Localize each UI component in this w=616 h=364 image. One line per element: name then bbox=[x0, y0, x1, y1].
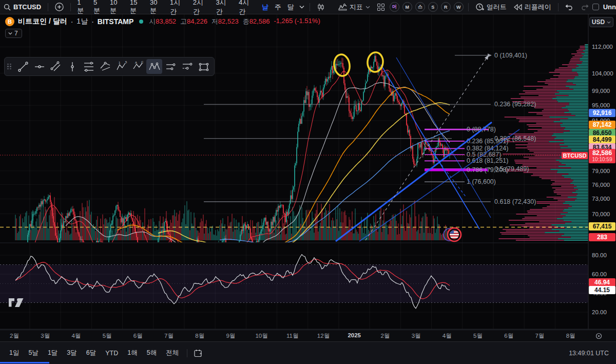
price-badge-ma: 92,916 bbox=[589, 109, 615, 117]
chevron-down-icon bbox=[607, 21, 611, 24]
rectangle-tool[interactable] bbox=[196, 59, 211, 74]
timeline-label[interactable]: 6월 bbox=[504, 332, 513, 340]
chevron-down-icon bbox=[8, 32, 12, 35]
time-axis[interactable]: 2월3월4월5월6월7월8월9월10월11월12월20252월3월4월5월6월7… bbox=[0, 330, 616, 341]
range-button-1해[interactable]: 1해 bbox=[123, 347, 141, 359]
indicators-icon bbox=[338, 3, 347, 11]
timeframe-button-30분[interactable]: 30분 bbox=[147, 2, 167, 13]
pitchfork-tool[interactable] bbox=[97, 59, 113, 74]
short-position-tool[interactable] bbox=[179, 59, 195, 74]
timeline-label[interactable]: 11월 bbox=[286, 332, 298, 340]
trend-line-tool[interactable] bbox=[15, 59, 31, 74]
timeframe-expand-button[interactable] bbox=[297, 2, 306, 13]
range-button-YTD[interactable]: YTD bbox=[101, 348, 122, 358]
parallel-channel-tool[interactable] bbox=[48, 59, 64, 74]
last-price-badge: 82,586 10:10:59 bbox=[589, 149, 615, 163]
timeline-settings-icon[interactable] bbox=[595, 332, 602, 341]
range-button-6달[interactable]: 6달 bbox=[82, 347, 100, 359]
elliott-wave-tool[interactable]: 15 bbox=[113, 59, 129, 74]
svg-text:80.00: 80.00 bbox=[592, 252, 607, 258]
horizontal-line-tool[interactable] bbox=[31, 59, 47, 74]
last-price: 82,586 bbox=[589, 149, 615, 157]
long-position-tool[interactable] bbox=[163, 59, 179, 74]
symbol-header[interactable]: B 비트코인 / 달러 · 1날 · BITSTAMP 시83,852 고84,… bbox=[5, 17, 320, 26]
svg-text:76,000: 76,000 bbox=[592, 182, 610, 188]
quick-button-1[interactable]: 머 bbox=[390, 2, 399, 12]
timeframe-button-달[interactable]: 달 bbox=[284, 2, 297, 13]
vertical-line-icon bbox=[66, 61, 79, 73]
quick-button-3[interactable]: 스 bbox=[415, 2, 425, 12]
timeline-label[interactable]: 12월 bbox=[317, 332, 330, 340]
xabcd-pattern-tool[interactable] bbox=[146, 59, 162, 74]
timeline-label[interactable]: 8월 bbox=[566, 332, 575, 340]
timeline-label[interactable]: 7월 bbox=[164, 332, 174, 340]
range-button-1일[interactable]: 1일 bbox=[5, 347, 23, 359]
alert-price-badge: 67,415 bbox=[589, 222, 615, 231]
svg-text:1: 1 bbox=[119, 61, 121, 64]
utc-clock[interactable]: 13:49:01 UTC bbox=[569, 350, 611, 357]
timeframe-button-날[interactable]: 날 bbox=[259, 2, 272, 13]
tradingview-logo[interactable] bbox=[8, 298, 24, 310]
timeline-label[interactable]: 3월 bbox=[412, 332, 421, 340]
indicators-collapse-chip[interactable]: 7 bbox=[5, 29, 22, 38]
timeline-label[interactable]: 7월 bbox=[535, 332, 544, 340]
symbol-search-button[interactable]: BTCUSD bbox=[0, 2, 45, 13]
timeframe-button-10분[interactable]: 10분 bbox=[107, 2, 127, 13]
low-value: 82,523 bbox=[218, 17, 239, 25]
redo-button[interactable] bbox=[577, 2, 592, 13]
timeframe-button-3시간[interactable]: 3시간 bbox=[213, 2, 236, 13]
timeframe-button-주[interactable]: 주 bbox=[272, 2, 284, 13]
chart-canvas[interactable]: 0 (109,401)0.236 (95,282)0.382 (86,548)0… bbox=[0, 0, 616, 364]
hidden-indicator-count: 7 bbox=[14, 30, 18, 37]
layout-grid-icon bbox=[377, 4, 384, 11]
layout-checkbox[interactable] bbox=[592, 4, 599, 10]
range-button-5해[interactable]: 5해 bbox=[143, 347, 161, 359]
chevron-down-icon bbox=[365, 6, 370, 9]
svg-text:5: 5 bbox=[125, 61, 127, 64]
timeframe-button-4시간[interactable]: 4시간 bbox=[236, 2, 259, 13]
quick-button-4[interactable]: S bbox=[428, 2, 438, 12]
candlestick-icon bbox=[317, 3, 325, 11]
compare-add-button[interactable] bbox=[51, 2, 67, 13]
range-button-1달[interactable]: 1달 bbox=[44, 347, 62, 359]
quick-button-5[interactable]: R bbox=[441, 2, 451, 12]
timeframe-button-15분[interactable]: 15분 bbox=[127, 2, 147, 13]
timeframe-button-1분[interactable]: 1분 bbox=[74, 2, 90, 13]
timeline-label[interactable]: 4월 bbox=[71, 332, 81, 340]
timeline-label[interactable]: 6월 bbox=[133, 332, 143, 340]
timeline-label[interactable]: 5월 bbox=[473, 332, 483, 340]
fib-retracement-tool[interactable] bbox=[81, 59, 97, 74]
indicators-button[interactable]: 지표 bbox=[335, 2, 374, 13]
timeline-label[interactable]: 2월 bbox=[10, 332, 19, 340]
timeline-label[interactable]: 2025 bbox=[348, 332, 361, 338]
timeline-label[interactable]: 5월 bbox=[103, 332, 112, 340]
go-to-date-button[interactable] bbox=[191, 348, 205, 359]
indicators-label: 지표 bbox=[350, 3, 363, 12]
abc-pattern-tool[interactable]: AC bbox=[130, 59, 146, 74]
chart-style-button[interactable] bbox=[313, 2, 329, 13]
timeline-label[interactable]: 10월 bbox=[255, 332, 267, 340]
undo-button[interactable] bbox=[562, 2, 577, 13]
alert-button[interactable]: 얼러트 bbox=[472, 2, 510, 13]
replay-label: 리플레이 bbox=[525, 3, 551, 12]
timeframe-button-2시간[interactable]: 2시간 bbox=[190, 2, 213, 13]
range-button-전체[interactable]: 전체 bbox=[162, 347, 183, 359]
vertical-line-tool[interactable] bbox=[64, 59, 80, 74]
range-button-5날[interactable]: 5날 bbox=[24, 347, 42, 359]
timeframe-button-5분[interactable]: 5분 bbox=[90, 2, 107, 13]
quick-button-6[interactable]: W bbox=[454, 2, 464, 12]
timeline-label[interactable]: 9월 bbox=[226, 332, 235, 340]
drag-handle[interactable] bbox=[7, 64, 11, 70]
layout-grid-button[interactable] bbox=[374, 2, 388, 13]
timeline-label[interactable]: 2월 bbox=[380, 332, 390, 340]
quick-button-2[interactable]: M bbox=[402, 2, 412, 12]
currency-toggle[interactable]: USD bbox=[589, 17, 613, 27]
svg-text:99,000: 99,000 bbox=[592, 88, 610, 94]
range-button-3달[interactable]: 3달 bbox=[63, 347, 81, 359]
timeline-label[interactable]: 3월 bbox=[41, 332, 50, 340]
timeline-label[interactable]: 8월 bbox=[195, 332, 204, 340]
timeframe-button-1시간[interactable]: 1시간 bbox=[167, 2, 190, 13]
timeline-label[interactable]: 4월 bbox=[442, 332, 452, 340]
svg-text:0.236 (95,282): 0.236 (95,282) bbox=[494, 101, 536, 108]
replay-button[interactable]: 리플레이 bbox=[510, 2, 555, 13]
